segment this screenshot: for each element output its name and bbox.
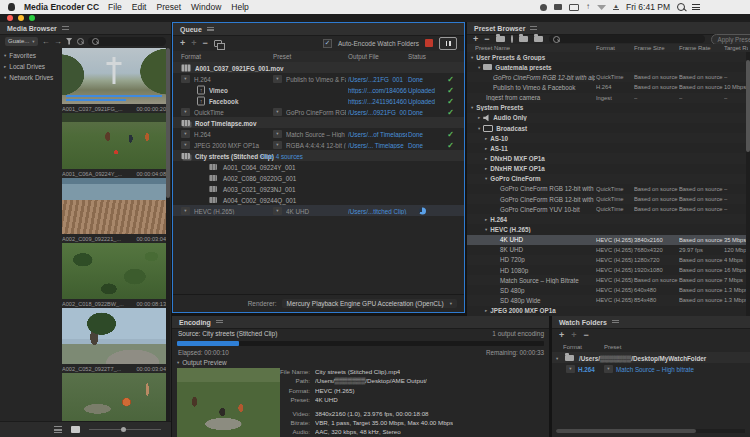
chevron-right-icon[interactable]: ▸	[485, 156, 487, 161]
preset-row[interactable]: ▾Guatemala presets	[467, 62, 750, 72]
menu-item-file[interactable]: File	[108, 2, 122, 12]
queue-row[interactable]: ▾H.264▾Match Source – High bitr.../Users…	[173, 128, 464, 139]
menubar-clock[interactable]: Fri 6:41 PM	[626, 2, 670, 12]
preset-dropdown-icon[interactable]: ▾	[604, 365, 613, 373]
preset-row[interactable]: ▸JPEG 2000 MXF OP1a	[467, 306, 750, 316]
queue-row[interactable]: ▾JPEG 2000 MXF OP1a▾RGBA 4:4:4:4 12-bit …	[173, 139, 464, 150]
output-format[interactable]: H.264	[194, 130, 270, 137]
notification-center-icon[interactable]	[692, 4, 700, 10]
output-preset[interactable]: GoPro CineForm RGB 12...	[286, 108, 346, 115]
output-file-link[interactable]: /Users/... Timelapse_1.mxf	[348, 141, 407, 148]
queue-row[interactable]: City streets (Stitched Clip)Hide 4 sourc…	[173, 150, 464, 161]
preset-row[interactable]: 4K UHDHEVC (H.265)3840x2160Based on sour…	[467, 235, 750, 245]
format-dropdown-icon[interactable]: ▾	[181, 75, 190, 83]
queue-row[interactable]: A001_C064_09224Y_001	[173, 161, 464, 172]
preset-row[interactable]: ▸AS-10	[467, 133, 750, 143]
panel-menu-icon[interactable]	[207, 27, 214, 32]
output-format[interactable]: QuickTime	[194, 108, 270, 115]
output-preview-toggle[interactable]: ▾ Output Preview	[177, 359, 227, 366]
preset-row[interactable]: ▾HEVC (H.265)	[467, 224, 750, 234]
preset-row[interactable]: ▸Audio Only	[467, 113, 750, 123]
close-window-button[interactable]	[7, 15, 13, 21]
format-dropdown-icon[interactable]: ▾	[181, 130, 190, 138]
auto-encode-checkbox[interactable]: ✓	[323, 39, 332, 48]
format-dropdown-icon[interactable]: ▾	[566, 365, 575, 373]
slider-knob[interactable]	[121, 427, 126, 432]
hide-sources-link[interactable]: Hide 4 sources	[261, 152, 303, 159]
duplicate-button[interactable]	[214, 40, 222, 47]
preset-row[interactable]: GoPro CineForm YUV 10-bitQuickTimeBased …	[467, 204, 750, 214]
queue-row[interactable]: ▾HEVC (H.265)▾4K UHD/Users/...titched Cl…	[173, 205, 464, 216]
preset-row[interactable]: ▸DNxHD MXF OP1a	[467, 153, 750, 163]
edit-watch-folder-button[interactable]: +	[571, 330, 576, 340]
media-clip[interactable]: A002_C018_0922BW_...00:00:08:13	[62, 243, 166, 308]
zoom-search-icon[interactable]	[77, 38, 84, 45]
preset-row[interactable]: ▾Broadcast	[467, 123, 750, 133]
menu-item-preset[interactable]: Preset	[156, 2, 181, 12]
output-preset[interactable]: Publish to Vimeo & Face...	[286, 75, 346, 82]
preset-row[interactable]: ▾User Presets & Groups	[467, 52, 750, 62]
chevron-down-icon[interactable]: ▾	[485, 227, 487, 232]
preset-row[interactable]: HD 720pHEVC (H.265)1280x720Based on sour…	[467, 255, 750, 265]
renderer-dropdown[interactable]: Mercury Playback Engine GPU Acceleration…	[282, 299, 457, 308]
chevron-right-icon[interactable]: ▸	[485, 166, 487, 171]
media-clip[interactable]	[62, 373, 166, 421]
export-preset-button[interactable]	[534, 36, 543, 42]
output-format[interactable]: HEVC (H.265)	[194, 207, 270, 214]
filter-icon[interactable]	[66, 38, 73, 45]
chevron-down-icon[interactable]: ▾	[478, 126, 480, 131]
scrollbar-thumb[interactable]	[746, 60, 750, 152]
panel-menu-icon[interactable]	[62, 26, 69, 31]
chevron-right-icon[interactable]: ▸	[485, 217, 487, 222]
remove-preset-button[interactable]: −	[484, 34, 489, 44]
menu-item-window[interactable]: Window	[191, 2, 221, 12]
remove-button[interactable]: −	[203, 38, 208, 48]
format-dropdown-icon[interactable]: ▾	[181, 141, 190, 149]
queue-row[interactable]: ↑Facebookhttps://...24119614602283Upload…	[173, 95, 464, 106]
preset-dropdown-icon[interactable]: ▾	[273, 75, 282, 83]
preset-dropdown-icon[interactable]: ▾	[273, 207, 282, 215]
watch-folder-row[interactable]: ▾ /Users/▒▒▒▒▒▒▒/Desktop/MyWatchFolder	[552, 352, 750, 363]
display-icon[interactable]	[569, 4, 579, 11]
list-view-icon[interactable]	[54, 426, 62, 433]
preset-scrollbar[interactable]	[746, 52, 750, 316]
preset-search-input[interactable]	[549, 35, 705, 43]
preset-row[interactable]: GoPro CineForm RGB 12-bit with alphaQuic…	[467, 184, 750, 194]
chevron-right-icon[interactable]: ▸	[478, 115, 480, 120]
preset-dropdown-icon[interactable]: ▾	[273, 130, 282, 138]
queue-row[interactable]: A004_C002_09244Q_001	[173, 194, 464, 205]
add-output-button[interactable]: +	[191, 38, 196, 48]
queue-row[interactable]: Roof Timelapse.mov	[173, 117, 464, 128]
forward-button[interactable]: →	[54, 37, 62, 46]
stop-queue-button[interactable]	[425, 39, 433, 47]
media-clip[interactable]: A001_C037_0921FG_...00:00:00:20	[62, 48, 166, 113]
queue-row[interactable]: ▾QuickTime▾GoPro CineForm RGB 12.../User…	[173, 106, 464, 117]
watch-folder-preset[interactable]: Match Source – High bitrate	[616, 365, 694, 372]
queue-row[interactable]: ↑Vimeohttps://...com/184066142Uploaded✓	[173, 84, 464, 95]
preset-row[interactable]: GoPro CineForm RGB 12-bit with alpha...Q…	[467, 194, 750, 204]
chevron-down-icon[interactable]: ▾	[478, 65, 480, 70]
camera-icon[interactable]	[540, 4, 547, 11]
preset-row[interactable]: ▸DNxHR MXF OP1a	[467, 164, 750, 174]
media-search-input[interactable]	[88, 37, 166, 46]
panel-menu-icon[interactable]	[612, 320, 619, 325]
chevron-down-icon[interactable]: ▾	[471, 105, 473, 110]
spotlight-icon[interactable]	[677, 3, 685, 11]
queue-row[interactable]: A002_C086_09220G_001	[173, 172, 464, 183]
preset-row[interactable]: ▾GoPro CineForm	[467, 174, 750, 184]
menu-item-help[interactable]: Help	[231, 2, 248, 12]
panel-menu-icon[interactable]	[216, 320, 223, 325]
tree-item-favorites[interactable]: ▾Favorites	[4, 50, 60, 61]
upload-icon[interactable]: ↑	[586, 3, 590, 11]
pause-queue-button[interactable]	[439, 37, 457, 50]
scrollbar-thumb[interactable]	[556, 429, 696, 433]
tree-item-local-drives[interactable]: ▸Local Drives	[4, 61, 60, 72]
output-format[interactable]: H.264	[194, 75, 270, 82]
preset-row[interactable]: ▸H.264	[467, 214, 750, 224]
media-clip[interactable]: A002_C009_092221_...00:00:03:04	[62, 178, 166, 243]
output-preset[interactable]: RGBA 4:4:4:4 12-bit (BC...	[286, 141, 346, 148]
location-dropdown[interactable]: Guate... ▾	[5, 37, 38, 46]
media-scrollbar[interactable]	[166, 48, 170, 421]
media-clip[interactable]: A002_C052_0922T7_...00:00:03:04	[62, 308, 166, 373]
chevron-down-icon[interactable]: ▾	[471, 55, 473, 60]
